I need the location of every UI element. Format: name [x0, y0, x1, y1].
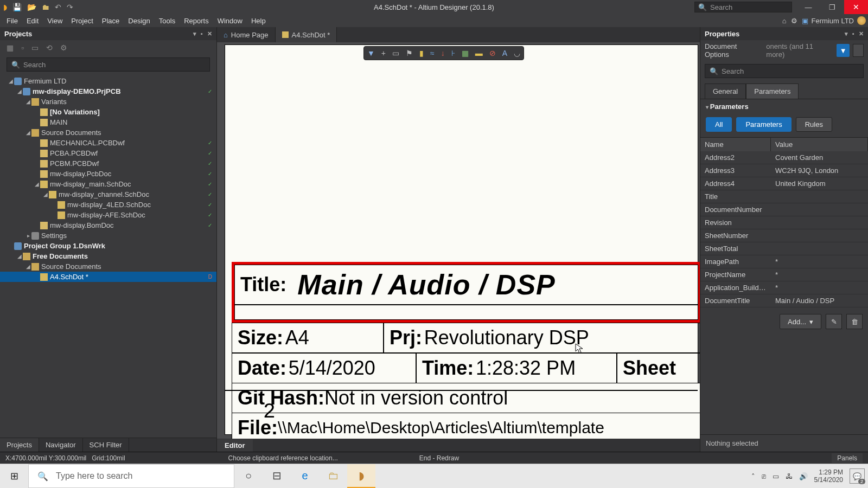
tree-row[interactable]: MAIN	[0, 117, 216, 127]
start-button[interactable]: ⊞	[0, 464, 28, 488]
parameters-section-header[interactable]: Parameters	[700, 99, 868, 114]
close-button[interactable]: ✕	[844, 0, 868, 14]
edge-icon[interactable]: e	[291, 464, 319, 488]
new-icon[interactable]: ▦	[7, 43, 14, 52]
schematic-canvas[interactable]: Title: Main / Audio / DSP Size: A4 Prj:	[217, 42, 700, 439]
tree-row[interactable]: ◢Variants	[0, 97, 216, 107]
menu-file[interactable]: File	[2, 15, 22, 27]
panel-close-icon[interactable]: ✕	[207, 30, 212, 37]
menu-window[interactable]: Window	[213, 15, 247, 27]
menu-edit[interactable]: Edit	[22, 15, 43, 27]
add-icon[interactable]: +	[381, 49, 386, 57]
menu-tools[interactable]: Tools	[155, 15, 180, 27]
tree-row[interactable]: ◢Source Documents	[0, 261, 216, 272]
tree-row[interactable]: Project Group 1.DsnWrk	[0, 241, 216, 251]
flag-icon[interactable]: ⚑	[406, 49, 413, 57]
panel-pin-icon[interactable]: ▪	[201, 30, 203, 37]
doc-tab-home[interactable]: ⌂ Home Page	[217, 27, 276, 42]
param-row[interactable]: ProjectName*	[700, 268, 868, 281]
tab-sch-filter[interactable]: SCH Filter	[83, 438, 129, 452]
tray-display-icon[interactable]: ⎚	[762, 472, 766, 480]
tree-row[interactable]: mw-display_4LED.SchDoc✓	[0, 200, 216, 210]
tree-row[interactable]: MECHANICAL.PCBDwf✓	[0, 138, 216, 148]
param-row[interactable]: ImagePath*	[700, 255, 868, 268]
properties-search-input[interactable]: 🔍 Search	[705, 64, 864, 78]
add-icon[interactable]: ▫	[21, 43, 24, 52]
tree-row[interactable]: PCBM.PCBDwf✓	[0, 158, 216, 169]
no-icon[interactable]: ⊘	[489, 49, 496, 57]
doc-tab-schdot[interactable]: A4.SchDot *	[276, 27, 337, 42]
arc-icon[interactable]: ◡	[514, 49, 520, 57]
tree-row[interactable]: ◢mw-display-DEMO.PrjPCB✓	[0, 86, 216, 97]
menu-reports[interactable]: Reports	[180, 15, 213, 27]
altium-taskbar-icon[interactable]: ◗	[347, 464, 375, 488]
param-row[interactable]: Application_BuildN...*	[700, 281, 868, 294]
panel-menu-icon[interactable]: ▾	[845, 30, 848, 37]
taskbar-clock[interactable]: 1:29 PM 5/14/2020	[814, 468, 843, 484]
save-icon[interactable]: 💾	[12, 3, 22, 11]
open-icon[interactable]: 📂	[27, 3, 36, 11]
tree-row[interactable]: PCBA.PCBDwf✓	[0, 148, 216, 158]
param-row[interactable]: DocumentTitleMain / Audio / DSP	[700, 294, 868, 307]
taskbar-search-input[interactable]: 🔍 Type here to search	[28, 464, 234, 488]
tree-row[interactable]: ◢mw-display_channel.SchDoc✓	[0, 189, 216, 200]
tree-row[interactable]: ◢Source Documents	[0, 127, 216, 138]
tag-icon[interactable]: ▬	[475, 49, 483, 57]
menu-project[interactable]: Project	[67, 15, 97, 27]
tab-projects[interactable]: Projects	[0, 438, 39, 452]
chip-icon[interactable]: ▦	[462, 49, 469, 57]
cortana-icon[interactable]: ○	[234, 464, 263, 488]
tab-general[interactable]: General	[705, 84, 746, 99]
redo-icon[interactable]: ↷	[67, 3, 73, 11]
tray-volume-icon[interactable]: 🔊	[799, 472, 808, 480]
tree-row[interactable]: ◢Free Documents	[0, 251, 216, 261]
tab-editor[interactable]: Editor	[217, 439, 253, 452]
tree-row[interactable]: ▸Settings	[0, 230, 216, 241]
pill-parameters[interactable]: Parameters	[736, 117, 791, 132]
filter-dropdown[interactable]	[853, 44, 864, 57]
param-row[interactable]: SheetNumber	[700, 229, 868, 242]
tab-navigator[interactable]: Navigator	[39, 438, 83, 452]
tree-row[interactable]: A4.SchDot *D	[0, 272, 216, 282]
delete-button[interactable]: 🗑	[846, 314, 863, 329]
menu-help[interactable]: Help	[247, 15, 270, 27]
filter-icon[interactable]: ▼	[367, 49, 375, 57]
param-row[interactable]: Revision	[700, 216, 868, 229]
home-icon[interactable]: ⌂	[782, 17, 787, 25]
menu-design[interactable]: Design	[124, 15, 154, 27]
col-value[interactable]: Value	[771, 138, 868, 151]
panel-close-icon[interactable]: ✕	[859, 30, 864, 37]
rect-icon[interactable]: ▭	[392, 49, 399, 57]
user-badge[interactable]: ▣ Fermium LTD	[802, 16, 866, 25]
param-row[interactable]: SheetTotal	[700, 242, 868, 255]
panels-button[interactable]: Panels	[832, 453, 863, 463]
text-icon[interactable]: A	[502, 49, 507, 57]
bar-icon[interactable]: ▮	[419, 49, 424, 57]
tab-parameters[interactable]: Parameters	[746, 84, 799, 99]
align-icon[interactable]: ⊦	[451, 49, 455, 57]
param-row[interactable]: Address4United Kingdom	[700, 177, 868, 190]
active-bar-toolbar[interactable]: ▼ + ▭ ⚑ ▮ ≈ ↓ ⊦ ▦ ▬ ⊘ A ◡	[363, 46, 524, 60]
projects-search-input[interactable]: 🔍 Search	[7, 57, 210, 72]
tree-row[interactable]: mw-display.BomDoc✓	[0, 220, 216, 230]
pill-all[interactable]: All	[706, 117, 732, 132]
tray-network-icon[interactable]: 🖧	[786, 472, 793, 480]
gear-icon[interactable]: ⚙	[60, 43, 67, 52]
tree-row[interactable]: ◢Fermium LTD	[0, 76, 216, 86]
edit-button[interactable]: ✎	[826, 314, 842, 329]
link-icon[interactable]: ⟲	[46, 43, 53, 52]
global-search-input[interactable]: 🔍 Search	[694, 2, 792, 12]
col-name[interactable]: Name	[700, 138, 771, 151]
explorer-icon[interactable]: 🗀	[319, 464, 347, 488]
param-row[interactable]: Address3WC2H 9JQ, London	[700, 164, 868, 177]
tree-row[interactable]: mw-display-AFE.SchDoc✓	[0, 210, 216, 220]
pill-rules[interactable]: Rules	[796, 117, 832, 132]
maximize-button[interactable]: ❐	[820, 0, 844, 14]
menu-place[interactable]: Place	[98, 15, 124, 27]
filter-button[interactable]: ▼	[837, 44, 850, 57]
down-icon[interactable]: ↓	[441, 49, 445, 57]
tree-row[interactable]: mw-display.PcbDoc✓	[0, 169, 216, 179]
tray-battery-icon[interactable]: ▭	[773, 472, 779, 480]
print-icon[interactable]: 🖿	[42, 3, 49, 11]
action-center-icon[interactable]: 💬2	[850, 468, 865, 484]
